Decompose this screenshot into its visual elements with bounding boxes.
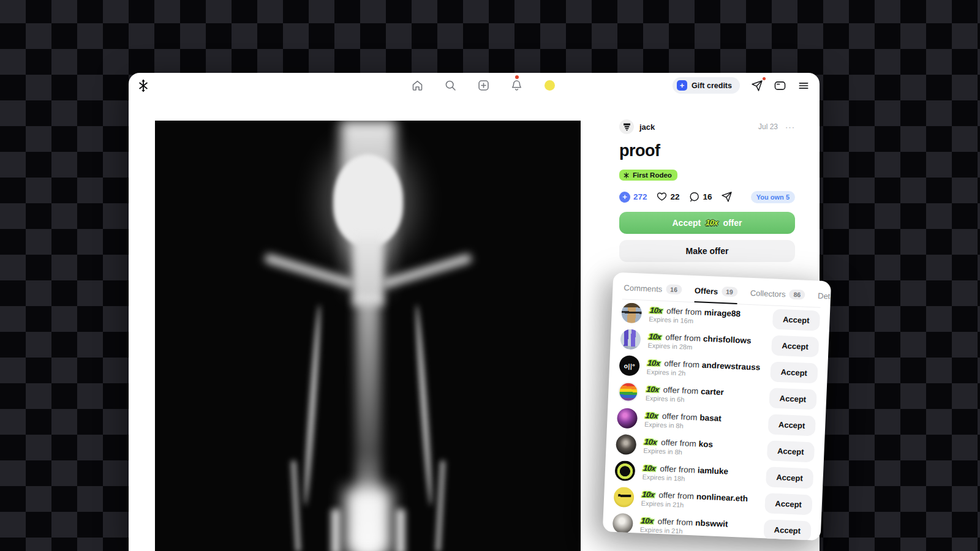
nav-right-group: + Gift credits	[673, 77, 810, 94]
share-send-icon[interactable]	[750, 79, 763, 92]
accept-offer-button[interactable]: Accept	[771, 335, 820, 357]
tab-count-pill: 16	[666, 284, 682, 294]
offer-user-avatar[interactable]	[617, 408, 638, 429]
share-icon	[721, 191, 733, 203]
offer-user-avatar[interactable]	[621, 302, 642, 323]
10x-brand-badge: 10x	[643, 410, 660, 420]
offer-user-avatar[interactable]	[618, 381, 639, 402]
share-stat[interactable]	[721, 191, 733, 203]
tab[interactable]: Comments 16	[624, 282, 682, 294]
spark-icon	[623, 172, 630, 179]
like-stat[interactable]: 22	[656, 191, 680, 203]
notification-dot	[515, 75, 519, 79]
tab-count-pill: 19	[722, 287, 737, 297]
tab-count-pill: 86	[789, 290, 805, 300]
menu-hamburger-icon[interactable]	[797, 79, 810, 92]
home-icon[interactable]	[411, 79, 424, 92]
tab[interactable]: Collectors 86	[750, 288, 805, 300]
profile-avatar[interactable]	[543, 79, 556, 92]
comment-count: 16	[703, 192, 712, 201]
offer-from-text: offer from	[661, 438, 696, 448]
add-credits-icon: +	[619, 192, 630, 203]
accept-offer-button[interactable]: Accept	[767, 414, 816, 436]
offer-user-avatar[interactable]	[620, 329, 641, 350]
tab-label: Comments	[624, 283, 662, 294]
comment-stat[interactable]: 16	[688, 191, 712, 203]
offer-user-avatar[interactable]	[613, 487, 634, 508]
create-post-icon[interactable]	[477, 79, 490, 92]
accept-suffix: offer	[723, 218, 742, 228]
offer-username[interactable]: carter	[701, 386, 724, 397]
you-own-badge: You own 5	[751, 191, 795, 203]
wallet-icon[interactable]	[774, 79, 786, 92]
avatar-glyph: o||º	[624, 362, 635, 370]
heart-icon	[656, 191, 668, 203]
offer-username[interactable]: basat	[699, 413, 722, 422]
offer-texts: 10x offer from chrisfollows Expires in 2…	[646, 331, 752, 353]
offer-user-avatar[interactable]	[612, 513, 633, 534]
offer-username[interactable]: mirage88	[704, 307, 741, 318]
offer-username[interactable]: nbswwit	[695, 518, 728, 528]
more-options-icon[interactable]: ···	[785, 122, 795, 132]
10x-brand-badge: 10x	[640, 489, 657, 499]
top-nav: + Gift credits	[129, 73, 820, 99]
credits-stat[interactable]: + 272	[619, 192, 647, 203]
app-logo-spark-icon[interactable]	[137, 79, 150, 92]
post-artwork-image[interactable]	[155, 121, 581, 551]
offer-from-text: offer from	[657, 516, 693, 527]
post-stats-row: + 272 22 16 You own 5	[619, 191, 795, 203]
offer-texts: 10x offer from mirage88 Expires in 16m	[647, 305, 741, 326]
offer-user-avatar[interactable]	[614, 460, 635, 481]
10x-brand-badge: 10x	[641, 463, 658, 473]
offer-from-text: offer from	[663, 385, 698, 395]
offer-from-text: offer from	[658, 490, 694, 500]
gift-credits-label: Gift credits	[692, 81, 732, 90]
offer-texts: 10x offer from kos Expires in 8h	[642, 437, 713, 457]
accept-offer-button[interactable]: Accept	[764, 493, 813, 515]
author-name[interactable]: jack	[639, 122, 655, 132]
10x-brand-badge: 10x	[646, 358, 663, 367]
offer-from-text: offer from	[664, 359, 699, 369]
tab-label: Collectors	[750, 288, 786, 298]
accept-10x-offer-button[interactable]: Accept 10x offer	[619, 212, 795, 234]
nav-center-icons	[411, 79, 556, 92]
credits-count: 272	[633, 192, 647, 201]
gift-credits-button[interactable]: + Gift credits	[673, 77, 740, 94]
post-detail-column: jack Jul 23 ··· proof First Rodeo + 272	[619, 119, 795, 262]
offers-list: 10x offer from mirage88 Expires in 16m A…	[612, 299, 820, 541]
offers-panel: Comments 16 Offers 19 Collectors 86 Deta…	[603, 272, 831, 541]
avatar-image	[545, 80, 555, 91]
post-date: Jul 23	[758, 122, 778, 131]
comment-icon	[688, 191, 700, 203]
search-icon[interactable]	[444, 79, 457, 92]
tab[interactable]: Details	[818, 291, 831, 301]
accept-offer-button[interactable]: Accept	[766, 440, 815, 462]
offer-texts: 10x offer from andrewstrauss Expires in …	[646, 358, 761, 380]
10x-brand-badge: 10x	[642, 437, 659, 446]
accept-offer-button[interactable]: Accept	[763, 519, 812, 541]
tab[interactable]: Offers 19	[695, 285, 738, 297]
first-rodeo-badge[interactable]: First Rodeo	[619, 170, 677, 181]
post-title: proof	[619, 141, 795, 160]
offer-user-avatar[interactable]: o||º	[619, 355, 639, 376]
accept-offer-button[interactable]: Accept	[766, 467, 814, 489]
offer-username[interactable]: iamluke	[698, 465, 729, 476]
offer-texts: 10x offer from nonlinear.eth Expires in …	[640, 489, 748, 511]
10x-brand-badge: 10x	[639, 515, 656, 525]
accept-offer-button[interactable]: Accept	[769, 388, 817, 410]
accept-offer-button[interactable]: Accept	[770, 361, 818, 383]
offer-user-avatar[interactable]	[616, 434, 636, 455]
10x-brand-badge: 10x	[644, 384, 662, 394]
accept-offer-button[interactable]: Accept	[772, 309, 820, 331]
plus-icon: +	[677, 80, 687, 91]
send-notification-dot	[763, 77, 766, 80]
10x-brand-logo: 10x	[704, 218, 720, 227]
offer-texts: 10x offer from nbswwit Expires in 21h	[639, 515, 728, 536]
offer-texts: 10x offer from iamluke Expires in 18h	[641, 463, 728, 484]
post-header: jack Jul 23 ···	[619, 119, 795, 134]
author-avatar[interactable]	[619, 119, 634, 134]
offer-from-text: offer from	[665, 332, 701, 343]
offer-username[interactable]: kos	[698, 439, 713, 449]
notifications-bell-icon[interactable]	[510, 79, 523, 92]
make-offer-button[interactable]: Make offer	[619, 240, 795, 262]
